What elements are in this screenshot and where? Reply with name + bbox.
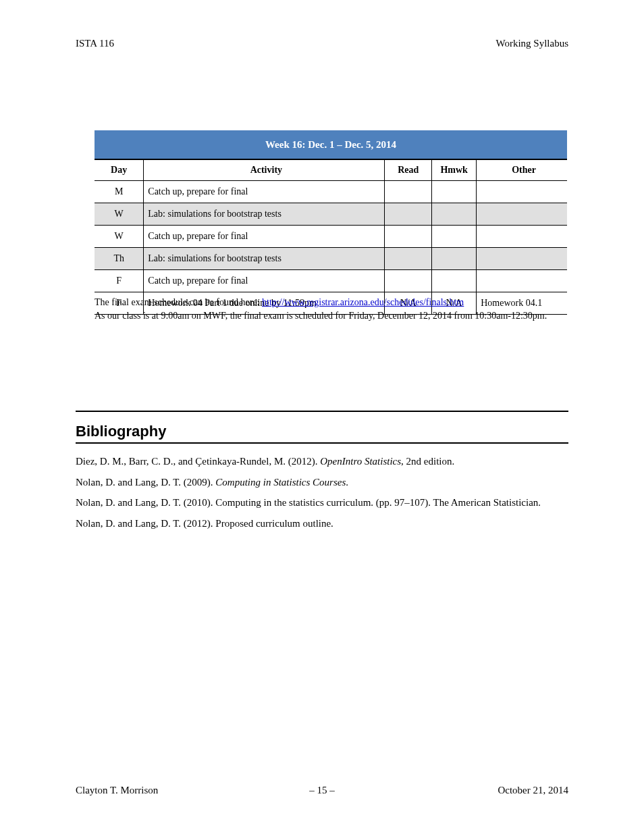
column-header-read: Read: [385, 159, 432, 181]
bib-title: OpenIntro Statistics: [320, 456, 401, 467]
column-header-day: Day: [95, 159, 144, 181]
bibliography-list: Diez, D. M., Barr, C. D., and Çetinkaya-…: [76, 454, 568, 536]
cell-day: Th: [95, 248, 144, 270]
cell-activity: Catch up, prepare for final: [144, 270, 385, 292]
cell-hmwk: [432, 248, 477, 270]
cell-other: [477, 248, 567, 270]
note-prefix: The final exam schedule can be found her…: [95, 297, 262, 307]
table-title: Week 16: Dec. 1 – Dec. 5, 2014: [95, 130, 567, 159]
cell-read: [385, 248, 432, 270]
footer-page-suffix: –: [327, 785, 335, 796]
footer-page-prefix: –: [309, 785, 317, 796]
column-header-hmwk: Hmwk: [432, 159, 477, 181]
section-divider-top: [76, 411, 568, 412]
bib-text: Nolan, D. and Lang, D. T. (2009).: [76, 477, 215, 488]
bibliography-heading: Bibliography: [76, 423, 166, 440]
cell-day: F: [95, 270, 144, 292]
header-doc-title: Working Syllabus: [495, 38, 568, 49]
bib-text: , 2nd edition.: [401, 456, 454, 467]
cell-other: [477, 270, 567, 292]
bib-entry: Nolan, D. and Lang, D. T. (2010). Comput…: [76, 495, 568, 511]
cell-activity: Catch up, prepare for final: [144, 226, 385, 248]
cell-day: M: [95, 181, 144, 203]
bib-text: Diez, D. M., Barr, C. D., and Çetinkaya-…: [76, 456, 320, 467]
schedule-table: Week 16: Dec. 1 – Dec. 5, 2014 Day Activ…: [95, 130, 567, 315]
final-exam-note: The final exam schedule can be found her…: [95, 296, 567, 322]
bib-title: Computing in Statistics Courses: [215, 477, 346, 488]
cell-activity: Lab: simulations for bootstrap tests: [144, 248, 385, 270]
footer-page-num: 15: [317, 785, 327, 796]
column-header-other: Other: [477, 159, 567, 181]
note-line2: As our class is at 9:00am on MWF, the fi…: [95, 311, 547, 321]
header-course-code: ISTA 116: [76, 38, 114, 49]
cell-hmwk: [432, 203, 477, 226]
cell-hmwk: [432, 226, 477, 248]
bib-entry: Nolan, D. and Lang, D. T. (2009). Comput…: [76, 475, 568, 490]
column-header-activity: Activity: [144, 159, 385, 181]
cell-other: [477, 226, 567, 248]
cell-hmwk: [432, 270, 477, 292]
cell-read: [385, 203, 432, 226]
cell-hmwk: [432, 181, 477, 203]
cell-day: W: [95, 226, 144, 248]
section-divider-bottom: [76, 442, 568, 444]
cell-other: [477, 181, 567, 203]
footer-date: October 21, 2014: [498, 785, 568, 796]
bib-text: .: [346, 477, 348, 488]
cell-read: [385, 181, 432, 203]
cell-activity: Catch up, prepare for final: [144, 181, 385, 203]
finals-schedule-link[interactable]: http://www.registrar.arizona.edu/schedul…: [262, 297, 464, 307]
cell-read: [385, 226, 432, 248]
bib-entry: Nolan, D. and Lang, D. T. (2012). Propos…: [76, 516, 568, 531]
cell-activity: Lab: simulations for bootstrap tests: [144, 203, 385, 226]
bib-entry: Diez, D. M., Barr, C. D., and Çetinkaya-…: [76, 454, 568, 469]
cell-read: [385, 270, 432, 292]
cell-other: [477, 203, 567, 226]
cell-day: W: [95, 203, 144, 226]
